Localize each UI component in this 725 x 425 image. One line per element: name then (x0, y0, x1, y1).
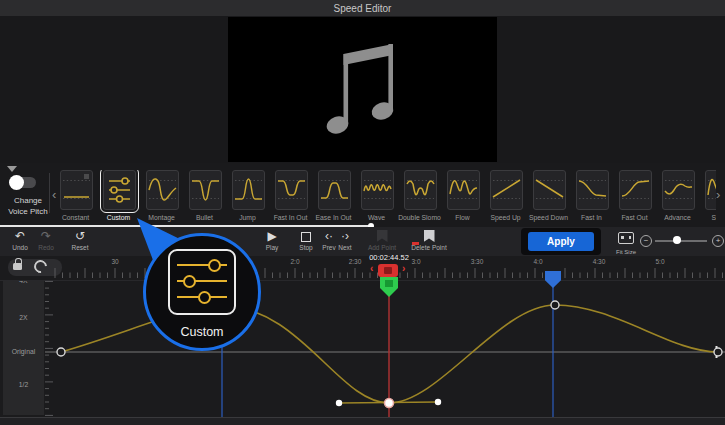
window-title: Speed Editor (334, 3, 392, 14)
add-point-icon (362, 229, 402, 243)
zoom-in-icon[interactable]: + (712, 235, 724, 247)
redo-icon: ↷ (28, 229, 64, 243)
speed-keyframe-point[interactable] (57, 348, 65, 356)
speed-editor-window: Speed Editor Change Voice Pitch ‹ Consta… (0, 0, 725, 425)
timeline-bottom-bar (0, 417, 725, 425)
preset-label: Jump (224, 214, 271, 221)
playhead-step-right-icon[interactable]: › (402, 262, 405, 275)
callout-label: Custom (146, 325, 258, 339)
zoom-slider-handle[interactable] (673, 236, 681, 244)
apply-plate: Apply (521, 228, 601, 255)
slider-row (177, 259, 227, 273)
preset-double-slomo[interactable]: Double Slomo (404, 170, 435, 226)
preset-label: Fast In Out (267, 214, 314, 221)
timeline-panel: 301:01:302:02:303:03:304:04:305:0 4X2XOr… (0, 256, 725, 425)
zoom-slider[interactable] (655, 240, 707, 242)
collapse-arrow-icon[interactable] (7, 166, 17, 172)
video-preview (228, 17, 497, 162)
fit-size-button[interactable]: Fit Size (612, 230, 640, 255)
sliders-icon (168, 249, 236, 315)
music-note-icon (323, 44, 403, 136)
preset-label: Double Slomo (396, 214, 443, 221)
presets-scroll-right-icon[interactable]: › (716, 187, 720, 202)
delete-point-icon (406, 229, 452, 243)
preset-speed-down[interactable]: Speed Down (533, 170, 564, 226)
playhead-handle[interactable] (378, 264, 398, 277)
preset-constant[interactable]: Constant (60, 170, 91, 226)
preset-panel: Change Voice Pitch ‹ ConstantCustomMonta… (0, 163, 725, 227)
preset-label: Flow (439, 214, 486, 221)
preview-area (0, 16, 725, 163)
preset-label: Constant (60, 214, 99, 221)
preset-label: Wave (353, 214, 400, 221)
zoom-out-icon[interactable]: − (640, 235, 652, 247)
preset-jump[interactable]: Jump (232, 170, 263, 226)
bezier-handle[interactable] (435, 399, 441, 405)
preset-flow[interactable]: Flow (447, 170, 478, 226)
preset-fast-out[interactable]: Fast Out (619, 170, 650, 226)
apply-button[interactable]: Apply (528, 232, 594, 251)
redo-button[interactable]: ↷ Redo (28, 229, 64, 255)
preset-shoot[interactable]: Shoot (705, 170, 716, 226)
voice-pitch-toggle[interactable] (11, 177, 36, 188)
preset-ease-in-out[interactable]: Ease In Out (318, 170, 349, 226)
titlebar: Speed Editor (0, 0, 725, 16)
preset-label: Advance (654, 214, 701, 221)
preset-label: Speed Up (482, 214, 529, 221)
delete-point-button[interactable]: Delete Point (406, 229, 452, 255)
slider-row (177, 275, 227, 289)
play-button[interactable]: ▶ Play (254, 229, 290, 255)
add-point-button[interactable]: Add Point (362, 229, 402, 255)
fit-size-icon (618, 232, 634, 244)
reset-button[interactable]: ↺ Reset (62, 229, 98, 255)
next-button[interactable]: ·› Next (327, 229, 363, 255)
bezier-handle[interactable] (336, 400, 342, 406)
playhead-timestamp: 00:02:44.52 (350, 253, 428, 262)
preset-fast-in[interactable]: Fast In (576, 170, 607, 226)
speed-keyframe-point-selected[interactable] (385, 399, 394, 408)
reset-icon: ↺ (62, 229, 98, 243)
presets-scroll-left-icon[interactable]: ‹ (52, 187, 56, 202)
playhead-step-left-icon[interactable]: ‹ (370, 262, 373, 275)
preset-label: Shoot (697, 214, 716, 221)
preset-label: Ease In Out (310, 214, 357, 221)
play-icon: ▶ (254, 229, 290, 243)
divider (49, 173, 50, 213)
preset-fast-in-out[interactable]: Fast In Out (275, 170, 306, 226)
preset-wave[interactable]: Wave (361, 170, 392, 226)
preset-label: Speed Down (525, 214, 572, 221)
preset-label: Fast Out (611, 214, 658, 221)
speed-keyframe-point[interactable] (551, 301, 559, 309)
voice-pitch-label: Change Voice Pitch (0, 195, 56, 217)
preset-speed-up[interactable]: Speed Up (490, 170, 521, 226)
preset-advance[interactable]: Advance (662, 170, 693, 226)
speed-keyframe-point[interactable] (714, 348, 722, 356)
next-icon: ·› (327, 229, 363, 243)
preset-label: Fast In (568, 214, 615, 221)
speed-curve-graph[interactable] (0, 256, 725, 425)
toggle-knob (9, 175, 24, 190)
custom-preset-callout: Custom (143, 233, 261, 351)
toolbar: ↶ Undo ↷ Redo ↺ Reset ▶ Play Stop ‹· Pre… (0, 227, 725, 256)
slider-row (177, 291, 227, 305)
